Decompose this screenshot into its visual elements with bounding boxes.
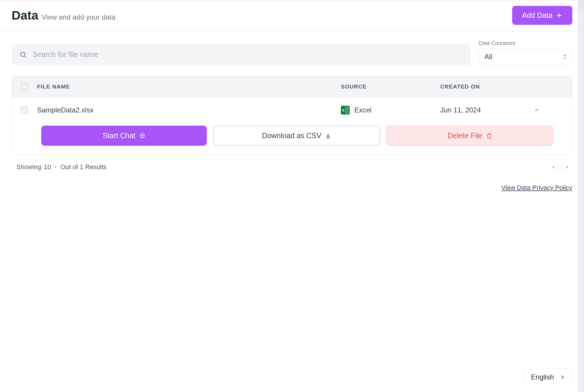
pagination-controls xyxy=(548,162,572,172)
table-row[interactable]: SampleData2.xlsx Excel Jun 11, 2024 xyxy=(12,98,572,123)
connector-select[interactable]: All xyxy=(479,48,572,65)
page-size-select[interactable]: 10 xyxy=(44,163,57,171)
page-header: Data View and add your data Add Data xyxy=(0,0,584,32)
scrollbar[interactable] xyxy=(578,0,584,392)
content-area: Data Connector All FILE NAME SOURCE CREA… xyxy=(0,32,584,155)
chevron-left-icon xyxy=(551,165,556,169)
language-label: English xyxy=(531,373,554,381)
page-size-value: 10 xyxy=(44,163,51,171)
chat-icon xyxy=(139,133,145,139)
column-created-on: CREATED ON xyxy=(440,84,522,90)
data-table: FILE NAME SOURCE CREATED ON SampleData2.… xyxy=(12,76,572,155)
svg-point-3 xyxy=(142,135,142,136)
cell-created-on: Jun 11, 2024 xyxy=(440,106,522,114)
results-label: Out of 1 Results xyxy=(60,163,107,171)
pagination-row: Showing 10 Out of 1 Results xyxy=(0,155,584,175)
start-chat-button[interactable]: Start Chat xyxy=(41,126,207,146)
column-file-name: FILE NAME xyxy=(37,84,332,90)
page-title: Data xyxy=(12,8,38,22)
download-csv-label: Download as CSV xyxy=(262,131,321,140)
privacy-policy-link[interactable]: View Data Privacy Policy xyxy=(501,184,572,191)
search-wrap xyxy=(12,44,471,65)
top-accent-bar xyxy=(0,0,578,1)
cell-file-name: SampleData2.xlsx xyxy=(37,106,332,114)
privacy-row: View Data Privacy Policy xyxy=(0,175,584,192)
connector-wrap: Data Connector All xyxy=(479,40,572,65)
cell-source: Excel xyxy=(341,106,431,115)
plus-icon xyxy=(556,12,562,19)
table-header: FILE NAME SOURCE CREATED ON xyxy=(12,76,572,98)
connector-label: Data Connector xyxy=(479,40,572,46)
header-titles: Data View and add your data xyxy=(12,8,115,22)
start-chat-label: Start Chat xyxy=(103,131,136,140)
download-csv-button[interactable]: Download as CSV xyxy=(213,126,380,146)
row-toggle[interactable] xyxy=(531,107,543,113)
chevron-up-icon xyxy=(533,107,540,113)
delete-file-label: Delete File xyxy=(448,131,483,140)
add-data-button-label: Add Data xyxy=(522,11,552,20)
download-icon xyxy=(325,133,331,139)
showing-label: Showing xyxy=(16,163,41,171)
row-actions: Start Chat Download as CSV Delete File xyxy=(12,123,572,155)
delete-file-button[interactable]: Delete File xyxy=(387,126,553,146)
prev-page-button[interactable] xyxy=(548,162,559,172)
chevron-right-icon xyxy=(565,165,569,169)
pagination-info: Showing 10 Out of 1 Results xyxy=(16,163,107,171)
connector-value: All xyxy=(484,53,492,61)
add-data-button[interactable]: Add Data xyxy=(512,6,572,25)
chevron-down-icon xyxy=(53,165,58,169)
svg-point-2 xyxy=(141,135,141,136)
svg-point-4 xyxy=(143,135,143,136)
svg-point-0 xyxy=(20,52,25,56)
language-selector[interactable]: English xyxy=(524,368,572,386)
column-source: SOURCE xyxy=(341,84,431,90)
trash-icon xyxy=(486,133,492,139)
select-all-checkbox[interactable] xyxy=(21,83,28,91)
chevron-right-icon xyxy=(560,374,565,380)
search-input[interactable] xyxy=(12,44,471,65)
filter-row: Data Connector All xyxy=(12,40,572,65)
excel-icon xyxy=(341,106,350,115)
row-checkbox[interactable] xyxy=(21,106,28,114)
search-icon xyxy=(19,51,27,58)
chevron-up-down-icon xyxy=(563,54,567,60)
next-page-button[interactable] xyxy=(562,162,572,172)
cell-source-label: Excel xyxy=(354,106,372,114)
page-subtitle: View and add your data xyxy=(42,13,115,21)
